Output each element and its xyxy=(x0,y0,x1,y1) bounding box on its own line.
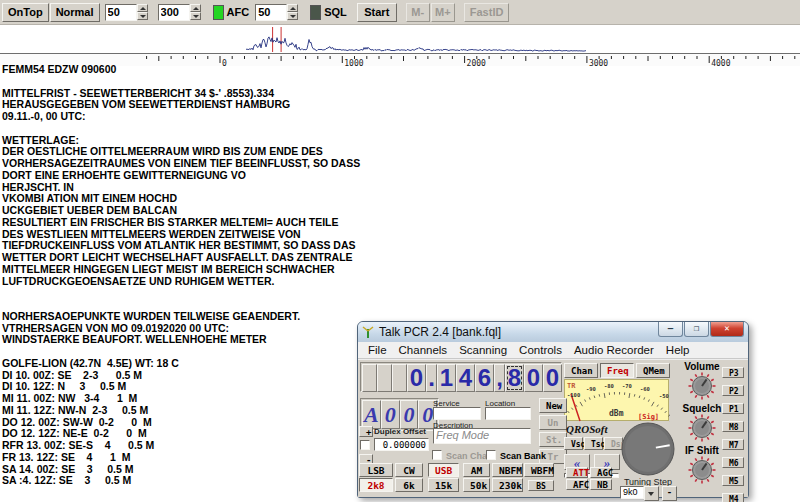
decoded-line: LUFTDRUCKGEOENSAETZE UND RUHIGEM WETTER. xyxy=(2,276,798,288)
memory-minus-button[interactable]: M- xyxy=(406,3,430,22)
normal-mode-button[interactable]: Normal xyxy=(50,3,100,22)
display-mode-tab[interactable]: Freq xyxy=(600,363,634,378)
start-button[interactable]: Start xyxy=(357,3,397,22)
description-input[interactable] xyxy=(433,428,531,444)
memory-preset-button[interactable]: M6 xyxy=(722,457,744,468)
bandwidth-button[interactable]: 230k xyxy=(492,478,523,492)
ontop-button[interactable]: OnTop xyxy=(2,3,49,22)
spin-down-icon[interactable] xyxy=(287,12,298,20)
menu-item[interactable]: Controls xyxy=(513,344,568,356)
display-mode-tab[interactable]: Chan xyxy=(564,363,598,378)
close-button[interactable]: ✕ xyxy=(710,322,744,337)
menu-item[interactable]: Help xyxy=(660,344,696,356)
bs-button[interactable]: BS xyxy=(528,480,554,491)
agc-button[interactable]: AGC xyxy=(590,467,612,478)
location-input[interactable] xyxy=(485,407,531,420)
record-action-button[interactable]: St. xyxy=(539,432,567,447)
frequency-digit[interactable]: 0 xyxy=(524,364,543,392)
app-icon xyxy=(362,326,375,339)
spin-up-icon[interactable] xyxy=(190,4,201,12)
memory-preset-button[interactable]: P2 xyxy=(722,385,744,396)
frequency-digit[interactable]: 6 xyxy=(475,364,494,392)
squelch-label: Squelch xyxy=(676,403,728,414)
mode-buttons: LSBCWUSBAMNBFMWBFM xyxy=(359,463,556,477)
spin-down-icon[interactable] xyxy=(190,12,201,20)
spin-up-icon[interactable] xyxy=(137,4,148,12)
frequency-digit[interactable]: 0 xyxy=(543,364,562,392)
menu-item[interactable]: File xyxy=(362,344,393,356)
frequency-digit[interactable] xyxy=(362,364,377,392)
menu-item[interactable]: Scanning xyxy=(453,344,513,356)
mode-button[interactable]: LSB xyxy=(359,463,393,477)
squelch-mode-button[interactable]: Vsq xyxy=(564,437,583,450)
squelch-knob[interactable] xyxy=(688,414,716,446)
bandwidth-button[interactable]: 6k xyxy=(395,478,423,492)
memory-preset-button[interactable]: M7 xyxy=(722,439,744,450)
low-tone-input[interactable] xyxy=(105,4,137,21)
spectrum-display[interactable] xyxy=(0,25,800,53)
high-tone-input[interactable] xyxy=(158,4,190,21)
sql-label[interactable]: SQL xyxy=(324,6,347,18)
meter-unit-label: dBm xyxy=(609,409,623,418)
memory-preset-button[interactable]: P3 xyxy=(722,367,744,378)
menu-item[interactable]: Channels xyxy=(393,344,454,356)
memory-preset-buttons: P3P2P1M8M7M6M5M4M3M2M1 xyxy=(722,362,744,502)
signal-meter: TR -100-90-80-70-60-50 dBm [Sig] xyxy=(564,379,669,421)
afc-value-input[interactable] xyxy=(255,4,287,21)
record-action-button[interactable]: New xyxy=(539,398,567,413)
frequency-digit[interactable]: 4 xyxy=(456,364,475,392)
mode-button[interactable]: WBFM xyxy=(524,463,554,477)
afc-led xyxy=(213,5,224,20)
memory-preset-button[interactable]: M8 xyxy=(722,421,744,432)
squelch-mode-button[interactable]: Tsq xyxy=(584,437,603,450)
volume-knob[interactable] xyxy=(688,372,716,404)
frequency-digit[interactable]: . xyxy=(426,364,437,392)
fastid-button[interactable]: FastID xyxy=(464,3,510,22)
tuning-step-dropdown[interactable] xyxy=(644,486,659,501)
frequency-digit[interactable]: 0 xyxy=(407,364,426,392)
bandwidth-button[interactable]: 2k8 xyxy=(359,478,393,492)
record-action-button[interactable]: Un xyxy=(539,415,567,430)
minimize-button[interactable]: — xyxy=(658,322,683,337)
maximize-button[interactable]: ❐ xyxy=(684,322,709,337)
duplex-plus-button[interactable]: + xyxy=(359,426,373,437)
display-mode-tab[interactable]: QMem xyxy=(636,363,670,378)
service-input[interactable] xyxy=(433,407,481,420)
afc-label[interactable]: AFC xyxy=(227,6,250,18)
menu-item[interactable]: Audio Recorder xyxy=(568,344,660,356)
afc-spinner[interactable] xyxy=(287,4,298,20)
decoded-line: MITTELMEER HINGEGEN LIEGT MEIST IM BEREI… xyxy=(2,264,798,276)
tuning-step-value[interactable]: 9k0 xyxy=(620,486,644,499)
afc-button[interactable]: AFC xyxy=(566,479,588,490)
bandwidth-button[interactable]: 50k xyxy=(463,478,490,492)
bandwidth-button[interactable]: 15k xyxy=(428,478,459,492)
ifshift-knob[interactable] xyxy=(688,456,716,488)
frequency-digit[interactable]: 1 xyxy=(437,364,456,392)
att-button[interactable]: ATT xyxy=(566,467,588,478)
scan-chan-checkbox[interactable] xyxy=(432,450,442,460)
memory-preset-button[interactable]: P1 xyxy=(722,403,744,414)
frequency-digit[interactable]: 8 xyxy=(505,364,524,392)
frequency-digit[interactable] xyxy=(377,364,392,392)
memory-preset-button[interactable]: M4 xyxy=(722,493,744,502)
low-tone-spinner[interactable] xyxy=(137,4,148,20)
frequency-digit[interactable] xyxy=(392,364,407,392)
high-tone-spinner[interactable] xyxy=(190,4,201,20)
mode-button[interactable]: USB xyxy=(428,463,459,477)
spin-down-icon[interactable] xyxy=(137,12,148,20)
memory-preset-button[interactable]: M5 xyxy=(722,475,744,486)
duplex-checkbox[interactable] xyxy=(360,440,370,450)
meter-scale-label: -70 xyxy=(622,383,632,389)
tuning-knob[interactable] xyxy=(621,422,675,480)
scan-bank-checkbox[interactable] xyxy=(486,450,496,460)
title-bar[interactable]: Talk PCR 2.4 [bank.fql] — ❐ ✕ xyxy=(358,322,748,342)
spin-up-icon[interactable] xyxy=(287,4,298,12)
duplex-offset-input[interactable] xyxy=(374,438,429,451)
frequency-digit[interactable]: , xyxy=(494,364,505,392)
mode-button[interactable]: NBFM xyxy=(492,463,523,477)
tuning-step-minus-button[interactable]: - xyxy=(662,486,677,501)
mode-button[interactable]: CW xyxy=(395,463,423,477)
nb-button[interactable]: NB xyxy=(590,479,612,490)
memory-plus-button[interactable]: M+ xyxy=(431,3,455,22)
mode-button[interactable]: AM xyxy=(463,463,490,477)
